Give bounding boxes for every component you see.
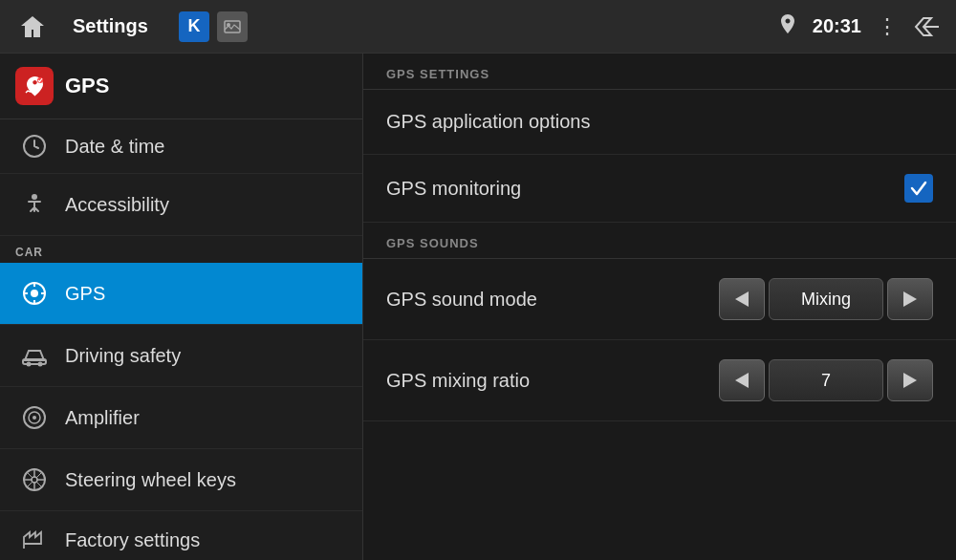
car-section-label: CAR xyxy=(0,236,362,263)
sidebar-item-gps[interactable]: GPS xyxy=(0,263,362,325)
svg-point-4 xyxy=(32,194,37,200)
amplifier-icon xyxy=(19,402,50,433)
driving-safety-icon xyxy=(19,340,50,371)
gps-sound-mode-label: GPS sound mode xyxy=(386,289,719,311)
sidebar-item-factory[interactable]: Factory settings xyxy=(0,511,362,560)
gps-mixing-ratio-row: GPS mixing ratio 7 xyxy=(363,340,956,421)
gps-sound-mode-value: Mixing xyxy=(769,278,883,320)
gps-mixing-ratio-control: 7 xyxy=(719,359,933,401)
svg-rect-11 xyxy=(23,359,46,364)
gps-sound-mode-next-button[interactable] xyxy=(887,278,933,320)
sidebar-item-driving-safety[interactable]: Driving safety xyxy=(0,325,362,387)
gps-header-title: GPS xyxy=(65,74,109,98)
back-button[interactable] xyxy=(914,16,941,37)
gps-mixing-ratio-next-button[interactable] xyxy=(887,359,933,401)
gps-monitoring-checkbox[interactable] xyxy=(904,174,933,203)
factory-settings-icon xyxy=(19,525,50,555)
gps-sound-mode-control: Mixing xyxy=(719,278,933,320)
sidebar-item-accessibility[interactable]: Accessibility xyxy=(0,174,362,236)
gps-monitoring-control xyxy=(904,174,933,203)
gps-sound-mode-prev-button[interactable] xyxy=(719,278,765,320)
datetime-label: Date & time xyxy=(65,136,164,158)
svg-marker-19 xyxy=(735,291,749,307)
sidebar: GPS Date & time Accessibility CAR xyxy=(0,54,363,560)
svg-point-16 xyxy=(33,416,36,420)
top-bar-icons: K xyxy=(179,11,248,42)
svg-point-6 xyxy=(31,290,38,297)
k-icon-button[interactable]: K xyxy=(179,11,209,42)
gps-monitoring-row: GPS monitoring xyxy=(363,155,956,223)
gps-application-options-label: GPS application options xyxy=(386,111,933,133)
gps-header: GPS xyxy=(0,54,362,119)
datetime-icon xyxy=(19,131,50,162)
gps-sound-mode-row: GPS sound mode Mixing xyxy=(363,259,956,340)
sidebar-item-steering-wheel[interactable]: Steering wheel keys xyxy=(0,449,362,511)
top-bar-left: Settings K xyxy=(15,10,248,44)
gps-monitoring-label: GPS monitoring xyxy=(386,178,904,200)
clock-time: 20:31 xyxy=(813,15,861,37)
sidebar-item-amplifier[interactable]: Amplifier xyxy=(0,387,362,449)
steering-wheel-label: Steering wheel keys xyxy=(65,469,236,491)
gps-sounds-header: GPS SOUNDS xyxy=(363,223,956,259)
top-bar: Settings K 20:31 ⋮ xyxy=(0,0,956,54)
steering-wheel-icon xyxy=(19,464,50,495)
svg-point-12 xyxy=(27,362,32,367)
svg-marker-21 xyxy=(735,373,749,388)
svg-marker-22 xyxy=(903,373,917,388)
driving-safety-label: Driving safety xyxy=(65,345,181,367)
gps-settings-header: GPS SETTINGS xyxy=(363,54,956,90)
location-icon xyxy=(778,14,797,39)
sidebar-item-datetime[interactable]: Date & time xyxy=(0,119,362,174)
gps-mixing-ratio-value: 7 xyxy=(769,359,883,401)
accessibility-icon xyxy=(19,189,50,220)
svg-point-18 xyxy=(32,477,37,483)
factory-settings-label: Factory settings xyxy=(65,529,200,551)
amplifier-label: Amplifier xyxy=(65,407,140,429)
image-icon-button[interactable] xyxy=(217,11,248,42)
gps-mixing-ratio-prev-button[interactable] xyxy=(719,359,765,401)
accessibility-label: Accessibility xyxy=(65,194,169,216)
main-content: GPS Date & time Accessibility CAR xyxy=(0,54,956,560)
svg-marker-20 xyxy=(903,291,917,307)
gps-application-options-row[interactable]: GPS application options xyxy=(363,90,956,155)
gps-mixing-ratio-label: GPS mixing ratio xyxy=(386,370,719,392)
gps-nav-icon xyxy=(19,278,50,309)
svg-point-13 xyxy=(38,362,43,367)
top-bar-right: 20:31 ⋮ xyxy=(778,14,941,39)
home-icon[interactable] xyxy=(15,10,50,44)
gps-header-icon xyxy=(15,67,54,105)
settings-panel: GPS SETTINGS GPS application options GPS… xyxy=(363,54,956,560)
overflow-menu-button[interactable]: ⋮ xyxy=(877,14,899,39)
page-title: Settings xyxy=(73,15,148,37)
gps-nav-label: GPS xyxy=(65,283,105,305)
